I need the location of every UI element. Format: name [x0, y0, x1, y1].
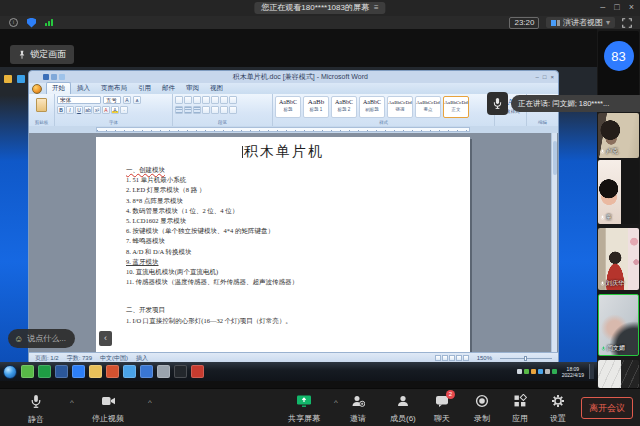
- style-chip: AaBbC标题 2: [331, 96, 357, 118]
- taskbar-app-icon: [55, 365, 68, 378]
- meeting-toolbar: 静音 ^ 停止视频 ^ 共享屏幕 ^ 邀请 成员(6) 2 聊天: [0, 388, 640, 426]
- tab-mailings: 邮件: [157, 83, 180, 94]
- style-chip: AaBbCcDd要点: [415, 96, 441, 118]
- style-chip-selected: AaBbCcDd正文: [443, 96, 469, 118]
- gear-icon: [551, 394, 565, 408]
- chat-input-bubble[interactable]: ☺ 说点什么...: [8, 329, 75, 348]
- word-maximize-icon: □: [543, 73, 547, 81]
- doc-line: 11. 传感器模块（温度传感器、红外传感器、超声波传感器）: [126, 277, 444, 287]
- paragraph-group: 段落: [173, 94, 273, 126]
- settings-button[interactable]: 设置: [550, 394, 566, 424]
- meeting-time: 23:20: [509, 17, 539, 29]
- chat-button[interactable]: 2 聊天: [434, 394, 450, 424]
- taskbar-clock: 18:09 2022/4/19: [562, 366, 584, 378]
- chat-unread-badge: 2: [446, 390, 455, 399]
- participant-name: 闫文媚: [607, 344, 625, 353]
- watching-banner[interactable]: 您正在观看180****1083的屏幕 ≡: [254, 2, 385, 14]
- doc-title: 积木单片机: [96, 143, 470, 161]
- members-button[interactable]: 成员(6): [390, 394, 416, 424]
- doc-line: 10. 直流电机模块(两个直流电机): [126, 267, 444, 277]
- remote-desktop: 积木单片机.doc [兼容模式] - Microsoft Word – □ × …: [0, 67, 597, 381]
- taskbar-app-icon: [106, 365, 119, 378]
- video-options-caret[interactable]: ^: [148, 398, 152, 407]
- style-chip: AaBbC标题: [275, 96, 301, 118]
- security-shield-icon[interactable]: [27, 18, 36, 28]
- leave-meeting-button[interactable]: 离开会议: [581, 397, 633, 419]
- word-title-bar: 积木单片机.doc [兼容模式] - Microsoft Word – □ ×: [29, 71, 558, 83]
- taskbar-app-icon: [174, 365, 187, 378]
- mic-muted-mini-icon: [600, 281, 605, 287]
- doc-line: 二、开发项目: [126, 305, 444, 315]
- participant-tile[interactable]: 刘庆华: [598, 228, 639, 290]
- mute-options-caret[interactable]: ^: [70, 398, 74, 407]
- taskbar-app-icon: [140, 365, 153, 378]
- participant-name: 童: [606, 213, 612, 222]
- style-chip: AaBb标题 1: [303, 96, 329, 118]
- fullscreen-icon[interactable]: [622, 18, 632, 28]
- shared-screen-stage: 锁定画面 积木单片机.doc [兼容模式] - Microsoft Word –: [0, 29, 597, 388]
- participant-tile[interactable]: 童: [598, 160, 639, 224]
- participant-name: 卢克: [606, 147, 618, 156]
- share-options-caret[interactable]: ^: [334, 398, 338, 407]
- save-icon: [43, 74, 49, 80]
- unmute-overlay-button[interactable]: [487, 92, 508, 115]
- stop-video-button[interactable]: 停止视频: [92, 394, 124, 424]
- collapse-chevron-button[interactable]: ‹: [99, 331, 112, 346]
- view-mode-button[interactable]: 演讲者视图 ▾: [546, 17, 615, 28]
- taskbar-app-icon: [38, 365, 51, 378]
- title-bar: 您正在观看180****1083的屏幕 ≡ – □ ×: [0, 0, 640, 16]
- word-close-icon: ×: [550, 73, 554, 81]
- invite-button[interactable]: 邀请: [350, 394, 366, 424]
- record-button[interactable]: 录制: [474, 394, 490, 424]
- styles-group: AaBbC标题 AaBb标题 1 AaBbC标题 2 AaBbC副标题 AaBb…: [273, 94, 495, 126]
- tab-home: 开始: [46, 82, 71, 94]
- mute-button[interactable]: 静音: [28, 394, 44, 425]
- pin-icon: [18, 50, 26, 60]
- doc-line: 8. A/D 和 D/A 转换模块: [126, 247, 444, 257]
- share-screen-button[interactable]: 共享屏幕: [288, 394, 320, 424]
- microphone-icon: [492, 97, 503, 110]
- ruler: [29, 126, 558, 133]
- zoom-level: 150%: [477, 355, 492, 361]
- participant-tile[interactable]: [598, 360, 639, 388]
- word-minimize-icon: –: [536, 73, 539, 81]
- layout-grid-icon: [551, 20, 560, 26]
- close-button[interactable]: ×: [629, 1, 634, 14]
- smiley-icon[interactable]: ☺: [14, 334, 23, 344]
- info-icon[interactable]: i: [9, 18, 18, 27]
- word-title: 积木单片机.doc [兼容模式] - Microsoft Word: [65, 72, 536, 82]
- mic-muted-mini-icon: [600, 215, 605, 221]
- share-screen-icon: [296, 394, 312, 408]
- maximize-button[interactable]: □: [614, 1, 619, 14]
- participant-name: 刘庆华: [606, 279, 624, 288]
- meeting-status-row: i 23:20 演讲者视图 ▾: [0, 16, 640, 29]
- taskbar-app-icon: [89, 365, 102, 378]
- speaking-toast: 正在讲话: 闫文媚; 180****...: [511, 95, 640, 112]
- doc-line: 6. 按键模块（单个独立按键模块、4*4 的矩阵键盘）: [126, 226, 444, 236]
- tab-insert: 插入: [72, 83, 95, 94]
- mic-active-mini-icon: [601, 346, 606, 352]
- office-button-icon: [32, 84, 42, 94]
- avatar: 83: [604, 41, 634, 71]
- participant-tile-active-speaker[interactable]: 闫文媚: [598, 294, 639, 356]
- tab-references: 引用: [133, 83, 156, 94]
- doc-line: 7. 蜂鸣器模块: [126, 236, 444, 246]
- apps-button[interactable]: 应用: [512, 394, 528, 424]
- doc-line: 2. LED 灯显示模块（8 路 ）: [126, 185, 444, 195]
- word-window: 积木单片机.doc [兼容模式] - Microsoft Word – □ × …: [28, 70, 559, 362]
- ribbon-tabs: 开始 插入 页面布局 引用 邮件 审阅 视图: [29, 83, 558, 94]
- record-icon: [475, 394, 489, 408]
- banner-menu-icon[interactable]: ≡: [374, 2, 379, 14]
- font-size-select: 五号: [103, 96, 121, 104]
- show-desktop-button: [589, 364, 594, 379]
- chat-placeholder: 说点什么...: [27, 333, 66, 344]
- participant-tile[interactable]: 卢克: [598, 113, 639, 158]
- taskbar-app-icon: [157, 365, 170, 378]
- doc-line: 1. I/O 口直接控制的心形灯(16—32 个灯)项目（灯常亮）。: [126, 316, 444, 326]
- meeting-window: 您正在观看180****1083的屏幕 ≡ – □ × i 23:20 演讲者视…: [0, 0, 640, 426]
- doc-line: 5. LCD1602 显示模块: [126, 216, 444, 226]
- start-button-icon: [3, 365, 17, 379]
- font-name-select: 宋体: [57, 96, 101, 104]
- lock-screen-button[interactable]: 锁定画面: [10, 45, 74, 64]
- minimize-button[interactable]: –: [600, 1, 605, 14]
